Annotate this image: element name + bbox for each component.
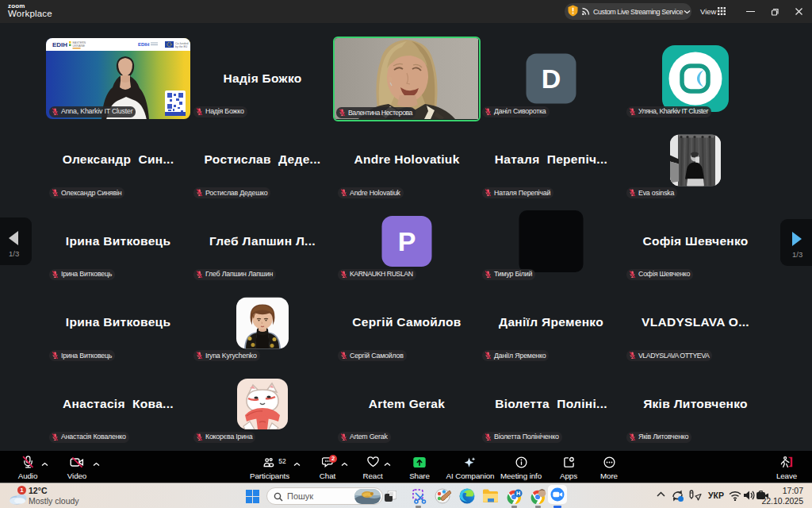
svg-text:EDIH: EDIH bbox=[52, 41, 67, 48]
svg-text:EDIH: EDIH bbox=[138, 42, 149, 47]
svg-text:H: H bbox=[516, 490, 520, 497]
svg-text:by the EU: by the EU bbox=[175, 45, 188, 48]
svg-text:UKRAINE: UKRAINE bbox=[73, 44, 86, 48]
